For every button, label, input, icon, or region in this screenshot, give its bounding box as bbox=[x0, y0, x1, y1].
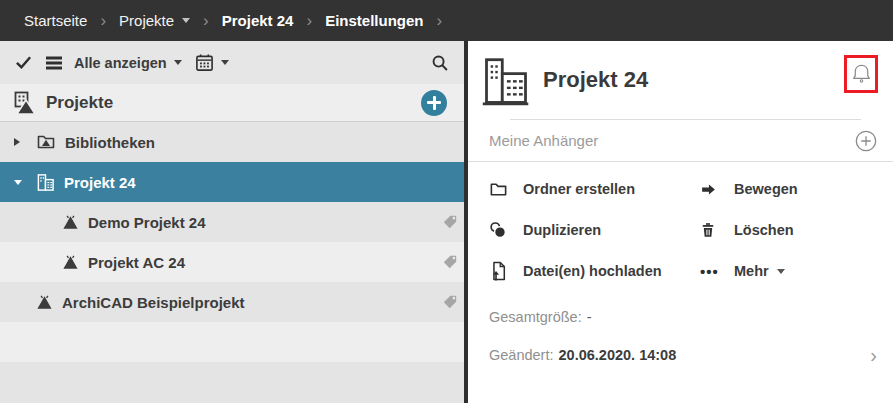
modified-line: Geändert: 20.06.2020. 14:08 › bbox=[489, 345, 877, 365]
tree-item-label: Projekt AC 24 bbox=[88, 254, 185, 271]
add-project-button[interactable] bbox=[421, 90, 447, 116]
project-building-icon bbox=[480, 56, 532, 112]
calendar-icon[interactable] bbox=[195, 53, 214, 72]
sidebar-toolbar: Alle anzeigen bbox=[0, 41, 464, 84]
duplicate-button[interactable]: Duplizieren bbox=[489, 218, 700, 242]
action-label: Ordner erstellen bbox=[523, 181, 635, 197]
bell-icon bbox=[849, 62, 874, 87]
breadcrumb-separator: › bbox=[203, 12, 209, 29]
action-label: Datei(en) hochladen bbox=[523, 263, 662, 279]
attachments-row bbox=[468, 120, 893, 162]
projects-title: Projekte bbox=[46, 93, 113, 113]
breadcrumb-separator: › bbox=[306, 12, 312, 29]
breadcrumb-item-projekt-24[interactable]: Projekt 24 bbox=[222, 12, 294, 29]
tree-item-bibliotheken[interactable]: Bibliotheken bbox=[0, 122, 464, 162]
detail-panel: Projekt 24 Ordner erstellen Bewegen bbox=[468, 41, 893, 403]
sidebar: Alle anzeigen Projekte bbox=[0, 41, 464, 403]
breadcrumb-label: Einstellungen bbox=[325, 12, 423, 29]
check-icon[interactable] bbox=[15, 54, 32, 71]
duplicate-icon bbox=[489, 221, 511, 239]
chevron-right-icon[interactable] bbox=[14, 138, 20, 146]
breadcrumb-label: Projekt 24 bbox=[222, 12, 294, 29]
more-dots-icon: ••• bbox=[700, 263, 722, 280]
create-folder-button[interactable]: Ordner erstellen bbox=[489, 177, 700, 201]
breadcrumb-separator: › bbox=[436, 12, 442, 29]
add-attachment-icon[interactable] bbox=[855, 130, 877, 152]
tree-item-projekt-ac-24[interactable]: Projekt AC 24 bbox=[0, 242, 464, 282]
action-label: Bewegen bbox=[734, 181, 798, 197]
project-house-icon bbox=[36, 294, 53, 311]
library-folder-icon bbox=[36, 132, 56, 152]
breadcrumb-item-startseite[interactable]: Startseite bbox=[24, 12, 87, 29]
empty-row-stripe bbox=[0, 362, 464, 403]
page-title: Projekt 24 bbox=[543, 67, 648, 93]
more-button[interactable]: ••• Mehr bbox=[700, 259, 877, 283]
tree-item-archicad-beispielprojekt[interactable]: ArchiCAD Beispielprojekt bbox=[0, 282, 464, 322]
panel-header: Projekt 24 bbox=[468, 41, 893, 120]
tag-icon[interactable] bbox=[442, 294, 458, 310]
tree-item-label: Demo Projekt 24 bbox=[88, 214, 206, 231]
projects-section-header: Projekte bbox=[0, 84, 464, 122]
chevron-down-icon[interactable] bbox=[221, 60, 229, 65]
action-label: Löschen bbox=[734, 222, 794, 238]
chevron-down-icon bbox=[182, 18, 190, 23]
delete-button[interactable]: Löschen bbox=[700, 218, 877, 242]
search-icon[interactable] bbox=[431, 54, 449, 72]
tree-item-label: ArchiCAD Beispielprojekt bbox=[62, 294, 245, 311]
total-size-label: Gesamtgröße: bbox=[489, 309, 582, 325]
info-section: Gesamtgröße: - Geändert: 20.06.2020. 14:… bbox=[468, 307, 893, 365]
attachments-input[interactable] bbox=[489, 132, 855, 149]
tree-item-demo-projekt-24[interactable]: Demo Projekt 24 bbox=[0, 202, 464, 242]
empty-row-stripe bbox=[0, 322, 464, 362]
action-label: Duplizieren bbox=[523, 222, 601, 238]
chevron-down-icon[interactable] bbox=[174, 60, 182, 65]
tag-icon[interactable] bbox=[442, 254, 458, 270]
chevron-down-icon bbox=[777, 269, 785, 274]
breadcrumb-separator: › bbox=[100, 12, 106, 29]
breadcrumb-item-einstellungen[interactable]: Einstellungen bbox=[325, 12, 423, 29]
project-house-icon bbox=[62, 254, 79, 271]
modified-label: Geändert: bbox=[489, 347, 554, 363]
modified-value: 20.06.2020. 14:08 bbox=[559, 347, 677, 363]
list-view-icon[interactable] bbox=[45, 54, 63, 72]
tree-item-projekt-24[interactable]: Projekt 24 bbox=[0, 162, 464, 202]
chevron-right-icon[interactable]: › bbox=[870, 345, 877, 365]
breadcrumb-item-projekte[interactable]: Projekte bbox=[119, 12, 190, 29]
project-house-icon bbox=[62, 214, 79, 231]
upload-files-button[interactable]: Datei(en) hochladen bbox=[489, 259, 700, 283]
trash-icon bbox=[700, 221, 722, 239]
tag-icon[interactable] bbox=[442, 214, 458, 230]
breadcrumb: Startseite › Projekte › Projekt 24 › Ein… bbox=[0, 0, 893, 41]
filter-dropdown[interactable]: Alle anzeigen bbox=[74, 55, 167, 71]
action-label: Mehr bbox=[734, 263, 769, 279]
file-upload-icon bbox=[489, 261, 511, 281]
building-icon bbox=[36, 173, 55, 192]
tree-item-label: Projekt 24 bbox=[64, 174, 136, 191]
breadcrumb-label: Startseite bbox=[24, 12, 87, 29]
chevron-down-icon[interactable] bbox=[14, 180, 22, 185]
arrow-right-icon bbox=[700, 181, 722, 198]
tree-item-label: Bibliotheken bbox=[65, 134, 155, 151]
projects-icon bbox=[12, 90, 38, 116]
breadcrumb-label: Projekte bbox=[119, 12, 174, 29]
action-grid: Ordner erstellen Bewegen Duplizieren Lös… bbox=[468, 162, 893, 283]
total-size-line: Gesamtgröße: - bbox=[489, 307, 877, 327]
total-size-value: - bbox=[587, 309, 592, 325]
folder-icon bbox=[489, 180, 511, 199]
move-button[interactable]: Bewegen bbox=[700, 177, 877, 201]
notifications-bell-button[interactable] bbox=[844, 55, 878, 93]
